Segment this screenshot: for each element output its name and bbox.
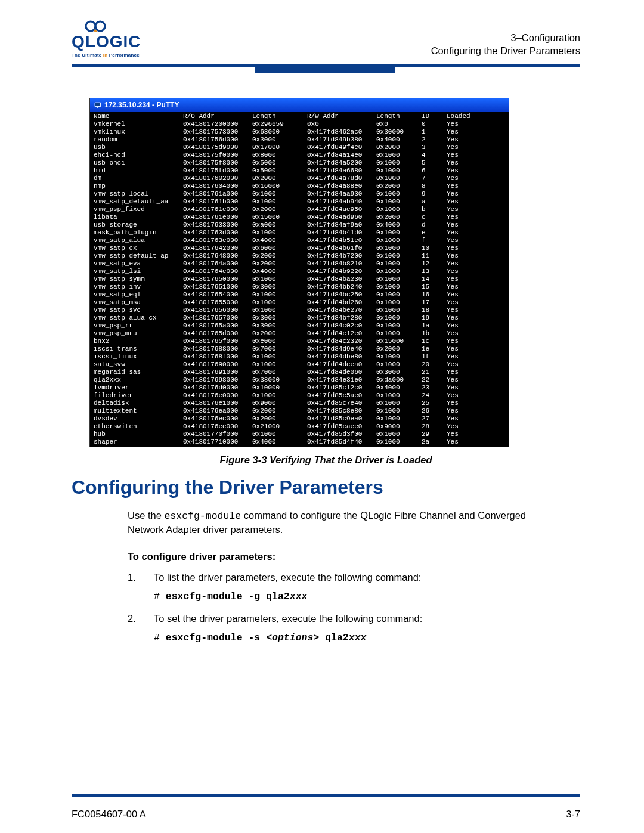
- terminal-row: deltadisk0x4180176e10000x90000x417fd85c7…: [94, 400, 505, 407]
- terminal-row: vmw_psp_fixed0x41801761c0000x20000x417fd…: [94, 206, 505, 213]
- putty-icon: [94, 101, 102, 109]
- terminal-row: vmw_satp_default_ap0x4180176480000x20000…: [94, 252, 505, 260]
- terminal-row: vmw_satp_alua_cx0x4180176570000x30000x41…: [94, 314, 505, 322]
- terminal-row: vmw_satp_cx0x4180176420000x60000x417fd84…: [94, 244, 505, 252]
- terminal-row: vmklinux0x4180175730000x630000x417fd8462…: [94, 128, 505, 136]
- step-1: To list the driver parameters, execute t…: [128, 571, 557, 604]
- logo-mark-icon: [82, 18, 109, 32]
- terminal-row: usb-storage0x4180176330000xa0000x417fd84…: [94, 221, 505, 229]
- terminal-row: vmw_satp_svc0x4180176560000x10000x417fd8…: [94, 306, 505, 314]
- terminal-row: dm0x4180176020000x20000x417fd84a78d00x10…: [94, 175, 505, 182]
- terminal-row: mask_path_plugin0x41801763d0000x10000x41…: [94, 229, 505, 237]
- terminal-row: hub0x41801770f0000x10000x417fd85d3f000x1…: [94, 431, 505, 438]
- terminal-row: qla2xxx0x4180176980000x380000x417fd84e31…: [94, 376, 505, 384]
- terminal-row: vmkernel0x4180172000000x2966590x00x00Yes: [94, 120, 505, 128]
- terminal-row: vmw_satp_eql0x4180176540000x10000x417fd8…: [94, 291, 505, 299]
- terminal-window: 172.35.10.234 - PuTTY NameR/O AddrLength…: [89, 98, 509, 447]
- intro-paragraph: Use the esxcfg-module command to configu…: [128, 509, 557, 537]
- svg-rect-4: [95, 103, 100, 106]
- terminal-row: nmp0x4180176040000x160000x417fd84a88e00x…: [94, 182, 505, 190]
- terminal-row: multiextent0x4180176ea0000x20000x417fd85…: [94, 407, 505, 415]
- terminal-row: etherswitch0x4180176ee0000x210000x417fd8…: [94, 423, 505, 431]
- procedure-heading: To configure driver parameters:: [128, 550, 557, 563]
- command-name: esxcfg-module: [164, 510, 241, 522]
- brand-logo: QLOGIC The Ultimate in Performance: [72, 18, 141, 58]
- terminal-row: dvsdev0x4180176ec0000x20000x417fd85c9ea0…: [94, 415, 505, 423]
- chapter-label: 3–Configuration: [431, 31, 580, 44]
- terminal-row: random0x41801756d0000x30000x417fd849b380…: [94, 136, 505, 144]
- terminal-row: vmw_satp_symm0x4180176500000x10000x417fd…: [94, 275, 505, 283]
- step-1-command: # esxcfg-module -g qla2xxx: [154, 590, 557, 604]
- footer-doc-id: FC0054607-00 A: [72, 809, 146, 820]
- terminal-row: vmw_satp_msa0x4180176550000x10000x417fd8…: [94, 299, 505, 306]
- terminal-row: iscsi_trans0x4180176880000x70000x417fd84…: [94, 345, 505, 353]
- footer-rule: [72, 794, 580, 797]
- svg-rect-5: [97, 107, 98, 108]
- terminal-title-text: 172.35.10.234 - PuTTY: [104, 101, 179, 109]
- svg-point-1: [95, 21, 105, 31]
- brand-name: QLOGIC: [72, 32, 141, 51]
- page-header: QLOGIC The Ultimate in Performance 3–Con…: [72, 18, 580, 73]
- terminal-row: vmw_satp_lsi0x41801764c0000x40000x417fd8…: [94, 268, 505, 275]
- terminal-row: NameR/O AddrLengthR/W AddrLengthIDLoaded: [94, 113, 505, 120]
- terminal-row: vmw_satp_default_aa0x41801761b0000x10000…: [94, 198, 505, 206]
- terminal-row: vmw_psp_rr0x41801765a0000x30000x417fd84c…: [94, 322, 505, 330]
- terminal-row: usb-ohci0x4180175f80000x50000x417fd84a52…: [94, 159, 505, 167]
- terminal-row: ehci-hcd0x4180175f00000x80000x417fd84a14…: [94, 151, 505, 159]
- terminal-titlebar: 172.35.10.234 - PuTTY: [90, 98, 509, 112]
- section-body: Use the esxcfg-module command to configu…: [128, 509, 557, 645]
- procedure-list: To list the driver parameters, execute t…: [128, 571, 557, 645]
- terminal-row: iscsi_linux0x41801768f0000x10000x417fd84…: [94, 353, 505, 361]
- terminal-row: vmw_satp_eva0x41801764a0000x20000x417fd8…: [94, 260, 505, 268]
- terminal-row: lvmdriver0x4180176d00000x100000x417fd85c…: [94, 384, 505, 392]
- terminal-row: shaper0x4180177100000x40000x417fd85d4f40…: [94, 438, 505, 446]
- step-2-command: # esxcfg-module -s <options> qla2xxx: [154, 631, 557, 645]
- figure-caption: Figure 3-3 Verifying That the Driver is …: [72, 454, 580, 466]
- terminal-row: vmw_satp_alua0x41801763e0000x40000x417fd…: [94, 237, 505, 244]
- header-rule: [72, 64, 580, 73]
- terminal-row: vmw_satp_local0x41801761a0000x10000x417f…: [94, 190, 505, 198]
- terminal-output: NameR/O AddrLengthR/W AddrLengthIDLoaded…: [90, 112, 509, 447]
- page-footer: FC0054607-00 A 3-7: [72, 809, 580, 820]
- terminal-row: bnx20x41801765f0000xe0000x417fd84c23200x…: [94, 337, 505, 345]
- footer-page-number: 3-7: [566, 809, 580, 820]
- brand-tagline: The Ultimate in Performance: [72, 52, 141, 58]
- terminal-row: libata0x41801761e0000x150000x417fd84ad96…: [94, 213, 505, 221]
- section-label: Configuring the Driver Parameters: [431, 44, 580, 57]
- svg-point-0: [86, 21, 95, 31]
- terminal-row: usb0x4180175d90000x170000x417fd849f4c00x…: [94, 144, 505, 151]
- terminal-row: vmw_satp_inv0x4180176510000x30000x417fd8…: [94, 283, 505, 291]
- terminal-row: filedriver0x4180176e00000x10000x417fd85c…: [94, 392, 505, 400]
- terminal-row: hid0x4180175fd0000x50000x417fd84a66800x1…: [94, 167, 505, 175]
- terminal-row: sata_svw0x4180176900000x10000x417fd84dce…: [94, 361, 505, 368]
- terminal-row: vmw_psp_mru0x41801765d0000x20000x417fd84…: [94, 330, 505, 337]
- page-topic: 3–Configuration Configuring the Driver P…: [431, 31, 580, 58]
- step-2: To set the driver parameters, execute th…: [128, 612, 557, 645]
- section-heading: Configuring the Driver Parameters: [72, 476, 580, 498]
- terminal-row: megaraid_sas0x4180176910000x70000x417fd8…: [94, 368, 505, 376]
